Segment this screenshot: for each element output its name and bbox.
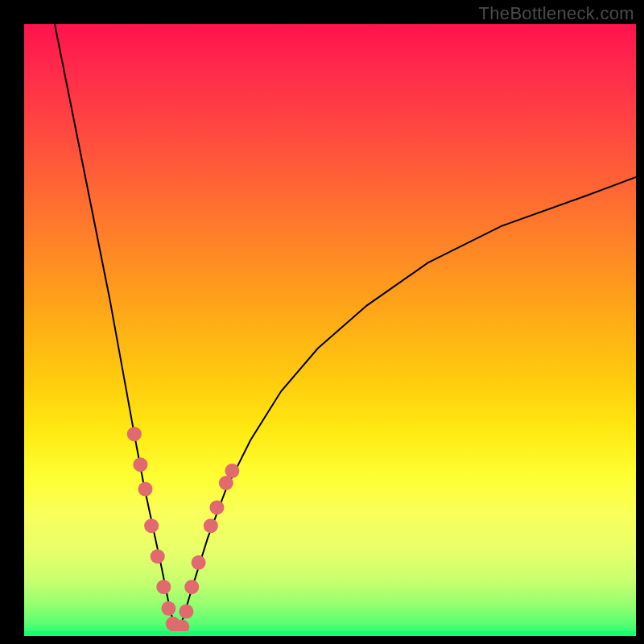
- scatter-point: [204, 518, 218, 533]
- scatter-point: [151, 549, 165, 564]
- scatter-point: [209, 500, 224, 514]
- scatter-point: [179, 605, 193, 619]
- scatter-markers: [127, 427, 240, 636]
- scatter-point: [144, 518, 159, 533]
- scatter-point: [161, 601, 175, 616]
- scatter-point: [133, 457, 147, 472]
- scatter-point: [184, 580, 199, 594]
- scatter-point: [138, 482, 153, 497]
- curve-left-branch: [55, 24, 177, 636]
- plot-area: [24, 24, 636, 636]
- baseline-strip: [24, 631, 636, 636]
- chart-svg: [24, 24, 636, 636]
- chart-frame: TheBottleneck.com: [0, 0, 644, 644]
- scatter-point: [192, 555, 206, 570]
- scatter-point: [156, 580, 171, 594]
- watermark-text: TheBottleneck.com: [479, 3, 634, 24]
- scatter-point: [127, 427, 142, 441]
- scatter-point: [225, 464, 239, 478]
- curve-right-branch: [177, 177, 636, 636]
